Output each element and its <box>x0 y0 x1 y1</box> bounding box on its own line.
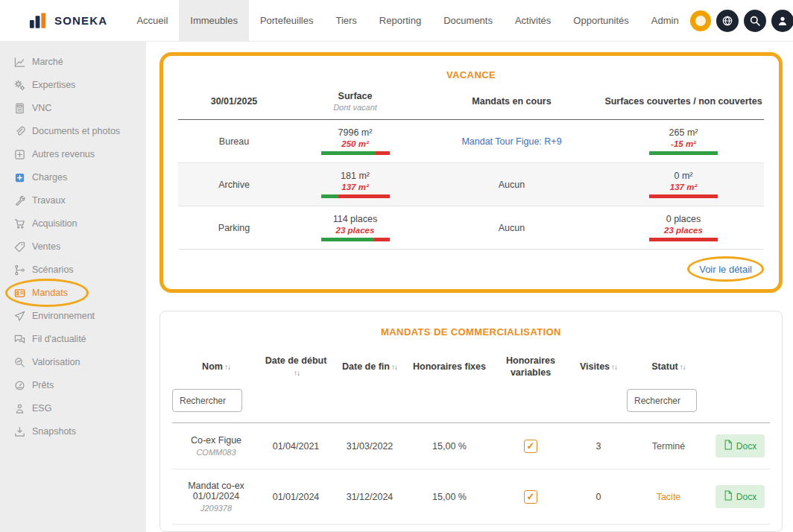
plus-filled-icon <box>13 172 25 184</box>
main-area: Marché Expertises VNC Documents et photo… <box>0 42 793 532</box>
doc-icon <box>724 440 733 452</box>
branch-icon <box>13 265 25 276</box>
nav-item-accueil[interactable]: Accueil <box>125 0 179 41</box>
mandat-honoraires-fixes: 15,00 % <box>408 441 491 452</box>
docx-button[interactable]: Docx <box>715 434 765 457</box>
person-icon <box>13 403 25 415</box>
sidebar-item-esg[interactable]: ESG <box>0 397 146 420</box>
col-date-fin[interactable]: Date de fin↑↓ <box>332 361 408 373</box>
row-label: Archive <box>178 180 290 190</box>
statut-search-input[interactable] <box>627 389 697 412</box>
mandat-date-fin: 31/03/2022 <box>332 441 408 452</box>
main-nav: Accueil Immeubles Portefeuilles Tiers Re… <box>125 0 689 41</box>
sort-icon: ↑↓ <box>680 363 686 371</box>
vacance-col-couvertes: Surfaces couvertes / non couvertes <box>603 96 764 107</box>
sidebar-item-valorisation[interactable]: Valorisation <box>0 351 146 374</box>
mandat-row-coex-2024: Mandat co-ex 01/01/2024 J209378 01/01/20… <box>172 469 770 525</box>
vacance-row-bureau: Bureau 7996 m² 250 m² Mandat Tour Figue:… <box>178 120 764 163</box>
topbar: SONEKA Accueil Immeubles Portefeuilles T… <box>0 0 793 42</box>
mandat-date-debut: 01/01/2024 <box>260 492 332 502</box>
vacance-footer: Voir le détail <box>178 250 764 282</box>
vacance-table-header: 30/01/2025 Surface Dont vacant Mandats e… <box>178 91 764 120</box>
docx-button[interactable]: Docx <box>715 485 765 508</box>
sidebar-item-fil-actualite[interactable]: Fil d'actualité <box>0 328 146 351</box>
nav-item-portefeuilles[interactable]: Portefeuilles <box>249 0 325 41</box>
mandat-row-coex-figue: Co-ex Figue COMM083 01/04/2021 31/03/202… <box>172 423 770 469</box>
sidebar-item-label: Marché <box>32 57 63 67</box>
mandat-code: J209378 <box>172 504 260 513</box>
sidebar-item-label: ESG <box>32 403 51 414</box>
annotation-ellipse-detail-link: Voir le détail <box>687 256 764 282</box>
covered-bar <box>649 151 718 155</box>
brand-name: SONEKA <box>54 14 107 27</box>
mandats-table-header: Nom↑↓ Date de début ↑↓ Date de fin↑↓ Hon… <box>172 348 770 387</box>
col-nom[interactable]: Nom↑↓ <box>172 361 260 373</box>
voir-le-detail-link[interactable]: Voir le détail <box>699 264 752 275</box>
magnifier-chart-icon <box>13 357 25 369</box>
sidebar-item-charges[interactable]: Charges <box>0 166 146 189</box>
sidebar-item-expertises[interactable]: Expertises <box>0 74 146 97</box>
sidebar-item-label: Travaux <box>32 195 66 206</box>
doc-icon <box>724 490 733 503</box>
nav-item-immeubles[interactable]: Immeubles <box>179 0 249 41</box>
col-visites[interactable]: Visites↑↓ <box>570 361 627 373</box>
sidebar-item-prets[interactable]: Prêts <box>0 374 146 397</box>
sidebar-item-travaux[interactable]: Travaux <box>0 189 146 212</box>
covered-bar <box>649 238 718 241</box>
sidebar-item-documents-photos[interactable]: Documents et photos <box>0 120 146 143</box>
col-statut[interactable]: Statut↑↓ <box>627 361 710 373</box>
mandat-cell: Aucun <box>420 223 603 233</box>
download-icon <box>13 426 25 438</box>
mandat-date-debut: 01/04/2021 <box>260 441 332 452</box>
sidebar-item-mandats[interactable]: Mandats <box>0 282 146 305</box>
sidebar-item-vnc[interactable]: VNC <box>0 97 146 120</box>
covered-cell: 0 places 23 places <box>603 214 764 241</box>
sidebar-item-environnement[interactable]: Environnement <box>0 305 146 328</box>
col-honoraires-variables: Honoraires variables <box>491 355 570 379</box>
mandat-name-cell: Co-ex Figue COMM083 <box>172 435 260 457</box>
mandat-none: Aucun <box>499 223 525 233</box>
user-icon[interactable] <box>771 10 793 32</box>
sidebar-item-label: Prêts <box>32 380 54 390</box>
sidebar-item-label: Ventes <box>32 241 60 252</box>
nav-item-reporting[interactable]: Reporting <box>368 0 432 41</box>
globe-icon[interactable] <box>716 10 739 32</box>
search-icon[interactable] <box>744 10 766 32</box>
surface-cell: 114 places 23 places <box>290 214 420 241</box>
sidebar-item-label: Mandats <box>32 288 68 298</box>
mandat-cell: Aucun <box>420 180 603 190</box>
nav-item-opportunites[interactable]: Opportunités <box>562 0 639 41</box>
col-honoraires-fixes: Honoraires fixes <box>408 361 491 373</box>
nav-item-activites[interactable]: Activités <box>504 0 562 41</box>
annotation-ring-icon <box>690 10 711 31</box>
mandats-filter-row <box>172 387 770 423</box>
mandat-link[interactable]: Mandat Tour Figue: R+9 <box>461 136 561 147</box>
sidebar: Marché Expertises VNC Documents et photo… <box>0 42 146 532</box>
sort-icon: ↑↓ <box>611 363 617 371</box>
nav-item-documents[interactable]: Documents <box>432 0 504 41</box>
chart-line-icon <box>13 57 25 69</box>
vacance-col-mandats: Mandats en cours <box>420 96 603 107</box>
sidebar-item-acquisition[interactable]: Acquisition <box>0 212 146 235</box>
vacance-col-date: 30/01/2025 <box>178 96 290 107</box>
nom-search-input[interactable] <box>172 389 242 412</box>
comments-icon <box>13 334 25 346</box>
honoraires-variables-checkbox[interactable]: ✓ <box>524 440 537 453</box>
mandat-date-fin: 31/12/2024 <box>332 492 408 502</box>
sidebar-item-snapshots[interactable]: Snapshots <box>0 420 146 443</box>
mandat-statut: Terminé <box>627 441 710 452</box>
sidebar-item-autres-revenus[interactable]: Autres revenus <box>0 143 146 166</box>
sidebar-item-marche[interactable]: Marché <box>0 51 146 74</box>
vacance-title: VACANCE <box>178 62 764 91</box>
gauge-icon <box>13 380 25 392</box>
sidebar-item-scenarios[interactable]: Scénarios <box>0 259 146 282</box>
gears-icon <box>13 80 25 92</box>
sidebar-item-ventes[interactable]: Ventes <box>0 235 146 259</box>
sidebar-item-label: Documents et photos <box>32 126 120 136</box>
honoraires-variables-checkbox[interactable]: ✓ <box>524 490 537 504</box>
col-date-debut[interactable]: Date de début ↑↓ <box>260 355 332 379</box>
nav-item-tiers[interactable]: Tiers <box>324 0 367 41</box>
mandats-title: MANDATS DE COMMERCIALISATION <box>172 319 770 348</box>
nav-item-admin[interactable]: Admin <box>640 0 690 41</box>
surface-bar <box>321 151 390 155</box>
